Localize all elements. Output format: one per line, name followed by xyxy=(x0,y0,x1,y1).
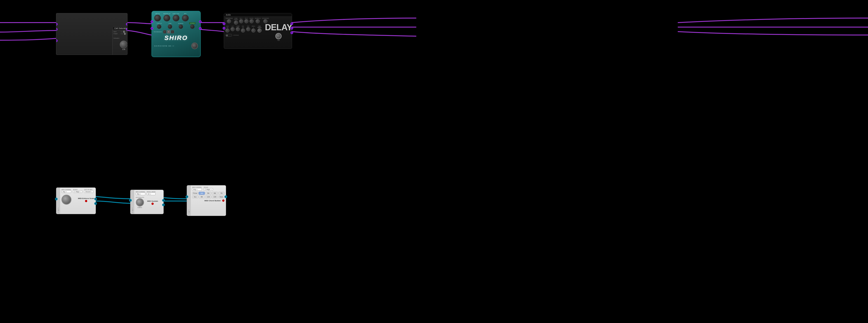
bollie-usertempo-knob[interactable] xyxy=(234,21,238,25)
shiro-predelay-label: PREDELAY xyxy=(163,13,170,14)
midi-sustain-port-in[interactable] xyxy=(129,199,132,202)
shiro-bypass-knob[interactable] xyxy=(191,42,198,49)
cat-port-out-1[interactable] xyxy=(126,23,127,26)
bollie-usertempo-label: USER TEMPO xyxy=(234,18,238,20)
bollie-lcdon-knob[interactable] xyxy=(225,28,229,33)
bollie-lcf-knob[interactable] xyxy=(230,27,235,31)
cat-activation-label: Activation xyxy=(114,37,119,39)
midi-sustain-sostenuto-val: 0.00 s xyxy=(138,207,142,208)
midi-sustain-knob[interactable] xyxy=(136,198,144,206)
cat-port-in-2[interactable] xyxy=(56,28,58,31)
shiro-port-in-2[interactable] xyxy=(151,27,153,30)
shiro-port-out-2[interactable] xyxy=(199,27,202,30)
bollie-hcf-knob[interactable] xyxy=(246,27,250,31)
bollie-tap-label: TAP xyxy=(277,40,280,41)
midi-chord-side-label[interactable]: 〈 X 〉 xyxy=(187,186,191,216)
cat-saturator-panel: CaII Saturator On/Off Input Soft Output xyxy=(56,13,127,55)
midi-enforce-outofkey-dropdown[interactable]: Discard ▼ xyxy=(84,190,93,193)
midi-enforce-port-out-1[interactable] xyxy=(94,198,97,200)
chord-prime-btn[interactable]: Prime xyxy=(192,192,198,195)
bollie-port-out-3[interactable] xyxy=(290,31,293,34)
cat-activation-knob[interactable] xyxy=(120,41,127,49)
midi-chord-port-out[interactable] xyxy=(224,195,227,198)
shiro-earlytail-knob[interactable] xyxy=(173,15,180,22)
shiro-shimmer-knob[interactable] xyxy=(190,24,195,29)
bollie-tap-btn[interactable] xyxy=(275,33,282,39)
shiro-mix-knob[interactable] xyxy=(182,15,189,22)
cat-port-out-2[interactable] xyxy=(126,28,127,31)
shiro-reverb-panel: DECAY PREDELAY EARLY-TAIL MIX LOW CUT TO… xyxy=(151,11,201,57)
chord-fifth-btn[interactable]: 5th xyxy=(205,192,211,195)
cat-output-label: Output xyxy=(114,33,120,34)
bollie-curtempo-knob[interactable] xyxy=(257,28,261,33)
bollie-lcdon-label: LCD ON xyxy=(225,26,229,28)
bollie-tempomode-knob[interactable] xyxy=(227,19,231,23)
midi-chord-scale-dropdown[interactable]: C Major ▼ xyxy=(204,188,213,191)
shiro-decay-label: DECAY xyxy=(155,13,160,14)
midi-sustain-pedal-dropdown[interactable]: on ▼ xyxy=(147,193,156,195)
shiro-lowcut-knob[interactable] xyxy=(157,24,161,29)
shiro-mix-group: MIX xyxy=(181,13,190,22)
midi-chord-port-in[interactable] xyxy=(186,195,188,198)
midi-sustain-title: MIDI Sustain xyxy=(147,200,158,202)
midi-enforce-knob[interactable] xyxy=(61,195,71,205)
chord-bass-btn[interactable]: Bass xyxy=(218,195,224,198)
bollie-div1-knob[interactable] xyxy=(239,19,243,23)
midi-sustain-port-out-2[interactable] xyxy=(162,203,165,206)
bollie-lcf-label: LCF xyxy=(231,26,234,27)
shiro-title-label: SHIROVERB MK II xyxy=(154,45,175,47)
bollie-port-out-1[interactable] xyxy=(290,22,293,25)
bollie-hcf-label: HCF xyxy=(247,26,249,27)
midi-enforce-channel-dropdown[interactable]: Any ▼ xyxy=(61,190,71,193)
midi-enforce-scale-dropdown[interactable]: C Major ▼ xyxy=(73,190,82,193)
midi-sustain-side-label[interactable]: 〈 X 〉 xyxy=(130,190,134,214)
chord-third-btn[interactable]: 3rd xyxy=(199,192,205,195)
shiro-interval-knob[interactable] xyxy=(179,24,183,29)
midi-enforce-side-label[interactable]: 〈 X 〉 xyxy=(56,188,60,214)
bollie-bypass-switch[interactable] xyxy=(225,34,232,37)
shiro-predelay-knob[interactable] xyxy=(163,15,170,22)
bollie-div1-label: DIV 1 xyxy=(240,18,243,19)
bollie-port-in-2[interactable] xyxy=(223,27,225,30)
midi-enforce-port-out-2[interactable] xyxy=(94,202,97,205)
shiro-port-out-1[interactable] xyxy=(199,20,202,23)
midi-enforce-port-in[interactable] xyxy=(55,198,58,200)
midi-chord-title: MIDI Chord Builder xyxy=(205,200,221,202)
chord-thirteenth-btn[interactable]: 13th xyxy=(212,195,218,198)
bollie-hroli-knob[interactable] xyxy=(251,28,255,33)
shiro-s-btn[interactable]: S xyxy=(163,30,166,33)
midi-enforce-outofkey-label: OUT OF KEY xyxy=(84,189,93,190)
cat-port-in-1[interactable] xyxy=(56,23,58,26)
midi-sustain-pedal-label: PEDAL MODE xyxy=(147,191,156,192)
shiro-tone-knob[interactable] xyxy=(168,24,172,29)
shiro-shimmer-label: SHIMMER xyxy=(189,22,195,24)
shiro-port-in-1[interactable] xyxy=(151,20,153,23)
shiro-roomsizes-label: ROOMSIZES xyxy=(154,31,162,33)
bollie-port-in-1[interactable] xyxy=(223,22,225,25)
shiro-earlytail-group: EARLY-TAIL xyxy=(172,13,181,22)
bollie-blend-knob[interactable] xyxy=(250,19,254,23)
chord-seventh-btn[interactable]: 7th xyxy=(218,192,224,195)
bollie-div2-knob[interactable] xyxy=(244,19,248,23)
midi-chord-channel-label: MIDI CHANNEL xyxy=(192,187,202,188)
bollie-title: Bollie xyxy=(226,14,231,16)
chord-ninth-btn[interactable]: 9th xyxy=(199,195,205,198)
bollie-hroli-label: HROLI 2 xyxy=(251,26,255,28)
shiro-decay-knob[interactable] xyxy=(154,15,161,22)
midi-chord-channel-dropdown[interactable]: Any ▼ xyxy=(192,188,202,191)
bollie-port-out-2[interactable] xyxy=(290,27,293,30)
midi-chord-scale-label: SCALE xyxy=(204,187,213,188)
shiro-m-btn[interactable]: M xyxy=(167,30,170,33)
bollie-lowb-knob[interactable] xyxy=(236,27,240,31)
shiro-l-btn[interactable]: L xyxy=(171,30,174,33)
chord-sixth-btn[interactable]: 6th xyxy=(212,192,218,195)
chord-eleventh-btn[interactable]: 11th xyxy=(205,195,211,198)
midi-enforce-channel-label: MIDI CHANNEL xyxy=(61,189,71,190)
chord-9us-btn[interactable]: 9us xyxy=(192,195,198,198)
midi-sustain-port-out-1[interactable] xyxy=(162,199,165,202)
bollie-hcfon-knob[interactable] xyxy=(241,28,245,33)
bollie-feedback-knob[interactable] xyxy=(256,19,260,23)
cat-port-in-3[interactable] xyxy=(56,39,58,42)
midi-enforce-scale-label: SCALE xyxy=(73,189,82,190)
midi-sustain-channel-dropdown[interactable]: Any ▼ xyxy=(135,193,145,195)
